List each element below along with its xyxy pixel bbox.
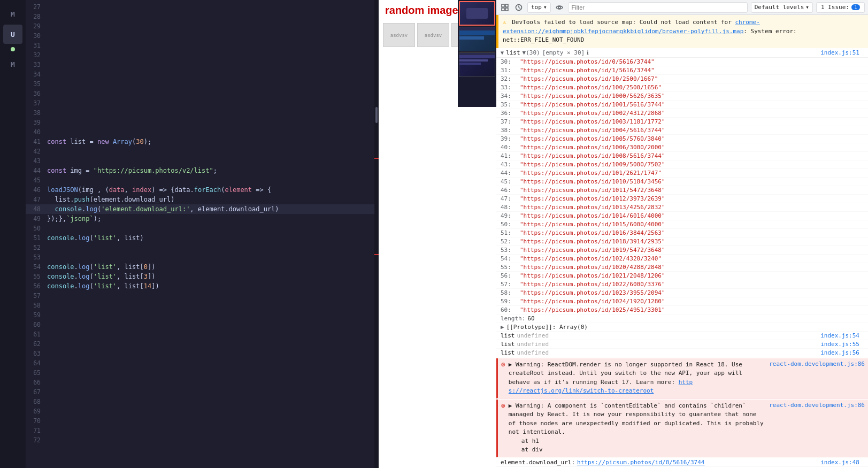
svg-rect-2 xyxy=(502,8,504,11)
sidebar-dot xyxy=(11,47,15,51)
code-line-52: 52 xyxy=(26,243,379,252)
svg-rect-3 xyxy=(505,8,508,11)
at-h1: at h1 xyxy=(509,437,765,446)
code-line-46[interactable]: 46 loadJSON(img , (data, index) => {data… xyxy=(26,185,379,195)
levels-chevron-icon: ▾ xyxy=(805,4,809,11)
issues-count: 1 xyxy=(851,4,860,10)
react-dom-warning-2: ⊗ ▶ Warning: A component is `contentEdit… xyxy=(496,400,868,457)
thumb-3[interactable] xyxy=(459,52,495,77)
react-link-1[interactable]: http s://reactjs.org/link/switch-to-crea… xyxy=(509,379,693,395)
code-line-71: 71 xyxy=(26,426,379,435)
code-line-33: 33 xyxy=(26,60,379,70)
code-line-49[interactable]: 49 });},`jsonp`); xyxy=(26,214,379,224)
react-dom-warning-content-2: ▶ Warning: A component is `contentEditab… xyxy=(509,402,765,455)
code-line-31: 31 xyxy=(26,41,379,50)
undefined-source-1[interactable]: index.js:54 xyxy=(820,332,864,339)
code-line-45: 45 xyxy=(26,175,379,185)
devtools-clock-btn[interactable] xyxy=(513,2,524,13)
react-dom-warning-content-1: ▶ Warning: ReactDOM.render is no longer … xyxy=(509,360,765,396)
thumb-2[interactable] xyxy=(459,27,495,51)
code-line-69: 69 xyxy=(26,406,379,416)
warning-circle-icon-2: ⊗ xyxy=(501,402,505,410)
code-line-56[interactable]: 56 console.log('list', list[14]) xyxy=(26,281,379,291)
list-item-row-2: 32:"https://picsum.photos/id/10/2500/166… xyxy=(496,75,868,83)
list-label: list xyxy=(506,49,520,56)
at-div: at div xyxy=(509,446,765,455)
list-item-row-17: 48:"https://picsum.photos/id/1013/4256/2… xyxy=(496,203,868,212)
list-info-icon[interactable]: ℹ xyxy=(587,50,589,56)
code-line-54[interactable]: 54 console.log('list', list[0]) xyxy=(26,262,379,272)
devtools-content[interactable]: ⚠ DevTools failed to load source map: Co… xyxy=(496,15,868,468)
warning-link[interactable]: chrome-extension://eighmmpjobklfepjocnam… xyxy=(503,19,760,35)
devtools-eye-btn[interactable] xyxy=(554,2,565,13)
preview-image-2: asdvsv xyxy=(417,23,449,47)
element-download-url-1[interactable]: https://picsum.photos/id/0/5616/3744 xyxy=(577,459,704,466)
list-item-row-6: 36:"https://picsum.photos/id/1002/4312/2… xyxy=(496,109,868,118)
context-dropdown[interactable]: top ▾ xyxy=(527,2,551,13)
devtools-layout-btn[interactable] xyxy=(500,2,510,13)
code-line-72: 72 xyxy=(26,435,379,445)
code-line-67: 67 xyxy=(26,387,379,397)
code-line-51[interactable]: 51 console.log('list', list) xyxy=(26,233,379,243)
code-line-57: 57 xyxy=(26,291,379,301)
code-line-37: 37 xyxy=(26,98,379,108)
undefined-source-3[interactable]: index.js:56 xyxy=(820,349,864,356)
code-line-48[interactable]: 48 console.log('element.download_url:', … xyxy=(26,204,379,214)
levels-dropdown[interactable]: Default levels ▾ xyxy=(751,2,813,13)
sidebar-icon-m2[interactable]: M xyxy=(3,55,22,74)
element-log-source-1[interactable]: index.js:48 xyxy=(820,459,864,466)
react-source-1[interactable]: react-dom.development.js:86 xyxy=(765,360,865,367)
filter-input[interactable] xyxy=(568,2,748,13)
list-item-row-22: 53:"https://picsum.photos/id/1019/5472/3… xyxy=(496,246,868,255)
prototype-expand-icon[interactable]: ▶ xyxy=(501,324,504,331)
code-line-40: 40 xyxy=(26,127,379,137)
editor-scroll-marker2 xyxy=(374,254,379,255)
code-line-30: 30 xyxy=(26,31,379,41)
sidebar-icon-m1[interactable]: M xyxy=(3,4,22,24)
list-item-row-5: 35:"https://picsum.photos/id/1001/5616/3… xyxy=(496,101,868,109)
code-line-70: 70 xyxy=(26,416,379,426)
list-item-row-25: 56:"https://picsum.photos/id/1021/2048/1… xyxy=(496,272,868,280)
list-header-row: ▼ list ▼(30) [empty × 30] ℹ index.js:51 xyxy=(496,48,868,58)
editor-scrollbar[interactable] xyxy=(374,0,379,468)
list-item-row-16: 47:"https://picsum.photos/id/1012/3973/2… xyxy=(496,195,868,203)
devtools-toolbar: top ▾ Default levels ▾ 1 Issue: 1 xyxy=(496,0,868,15)
code-line-32: 32 xyxy=(26,50,379,60)
list-item-row-28: 59:"https://picsum.photos/id/1024/1920/1… xyxy=(496,297,868,306)
code-line-34: 34 xyxy=(26,70,379,79)
code-line-47[interactable]: 47 list.push(element.download_url) xyxy=(26,195,379,204)
sidebar-icon-u[interactable]: U xyxy=(3,25,22,44)
list-item-row-8: 38:"https://picsum.photos/id/1004/5616/3… xyxy=(496,126,868,135)
thumb-1[interactable] xyxy=(459,1,495,26)
list-item-row-29: 60:"https://picsum.photos/id/1025/4951/3… xyxy=(496,306,868,314)
svg-rect-0 xyxy=(502,4,504,7)
undefined-row-3: list undefined index.js:56 xyxy=(496,349,868,357)
list-item-row-20: 51:"https://picsum.photos/id/1016/3844/2… xyxy=(496,229,868,237)
warning-text: DevTools failed to load source map: Coul… xyxy=(503,19,797,43)
warning-circle-icon-1: ⊗ xyxy=(501,360,505,369)
code-line-44[interactable]: 44 const img = "https://picsum.photos/v2… xyxy=(26,166,379,175)
devtools-panel: top ▾ Default levels ▾ 1 Issue: 1 ⚠ DevT… xyxy=(496,0,868,468)
undefined-source-2[interactable]: index.js:55 xyxy=(820,341,864,348)
code-line-41[interactable]: 41 const list = new Array(30); xyxy=(26,137,379,147)
list-item-row-4: 34:"https://picsum.photos/id/1000/5626/3… xyxy=(496,92,868,101)
code-line-55[interactable]: 55 console.log('list', list[3]) xyxy=(26,272,379,281)
context-chevron-icon: ▾ xyxy=(543,4,547,11)
code-line-62: 62 xyxy=(26,339,379,349)
list-item-row-3: 33:"https://picsum.photos/id/100/2500/16… xyxy=(496,83,868,92)
undefined-row-2: list undefined index.js:55 xyxy=(496,340,868,349)
code-line-65: 65 xyxy=(26,368,379,378)
code-line-27: 27 xyxy=(26,2,379,12)
preview-image-1: asdvsv xyxy=(383,23,415,47)
editor-scrollbar-thumb xyxy=(375,107,378,123)
list-item-row-24: 55:"https://picsum.photos/id/1020/4288/2… xyxy=(496,263,868,272)
list-item-row-21: 52:"https://picsum.photos/id/1018/3914/2… xyxy=(496,237,868,246)
react-source-2[interactable]: react-dom.development.js:86 xyxy=(765,402,865,409)
list-expand-icon[interactable]: ▼ xyxy=(501,50,504,56)
list-source[interactable]: index.js:51 xyxy=(820,49,864,56)
list-item-row-27: 58:"https://picsum.photos/id/1023/3955/2… xyxy=(496,289,868,297)
thumbnail-strip xyxy=(458,0,496,107)
code-line-35: 35 xyxy=(26,79,379,89)
svg-point-7 xyxy=(558,6,560,9)
issues-badge[interactable]: 1 Issue: 1 xyxy=(816,2,865,13)
